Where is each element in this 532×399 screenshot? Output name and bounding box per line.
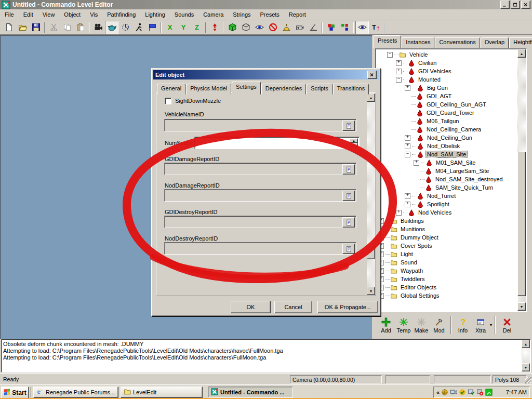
tree-label[interactable]: Global Settings: [400, 292, 441, 299]
resize-grip[interactable]: [525, 377, 531, 383]
hide-objects-button[interactable]: [266, 21, 280, 34]
toggle-visibility-button[interactable]: [355, 21, 369, 34]
new-document-button[interactable]: [2, 21, 16, 34]
numseats-spinner[interactable]: ▲▼: [194, 137, 360, 149]
tree-label[interactable]: GDI_Guard_Tower: [425, 110, 475, 116]
tree-row[interactable]: +Buildings: [376, 217, 517, 225]
wireframe-view-button[interactable]: [239, 21, 252, 34]
tree-row[interactable]: GDI_AGT: [376, 92, 517, 100]
expand-icon[interactable]: +: [405, 143, 410, 149]
tree-scrollbar[interactable]: ▲ ▼: [517, 49, 526, 311]
menu-object[interactable]: Object: [59, 10, 85, 19]
presets-tree[interactable]: −Vehicle+Civilian+GDI Vehicles−Mounted+B…: [375, 48, 527, 312]
tree-label[interactable]: Munitions: [400, 226, 426, 232]
tree-row[interactable]: +Light: [376, 250, 517, 258]
tree-label[interactable]: Big Gun: [426, 85, 449, 91]
menu-vis[interactable]: Vis: [85, 10, 102, 19]
tree-label[interactable]: Vehicle: [408, 51, 429, 58]
axis-y-button[interactable]: Y: [177, 21, 190, 34]
field-input-vehiclenameid[interactable]: [164, 119, 356, 131]
tab-overlap[interactable]: Overlap: [481, 37, 509, 48]
tree-label[interactable]: Nod_Turret: [426, 193, 457, 199]
tree-label[interactable]: Nod Vehicles: [417, 209, 453, 216]
dialog-scroll-thumb[interactable]: [367, 246, 375, 259]
ok-button[interactable]: OK: [231, 301, 271, 313]
info-button[interactable]: ?Info: [454, 317, 472, 334]
add-button[interactable]: Add: [377, 317, 395, 334]
field-input-gdidestroyreportid[interactable]: [164, 216, 356, 228]
axis-x-button[interactable]: X: [163, 21, 177, 34]
paste-button[interactable]: [74, 21, 87, 34]
tree-label[interactable]: Editor Objects: [400, 284, 437, 290]
taskbar-task-1[interactable]: eRenegade Public Forums...: [33, 387, 118, 398]
save-file-button[interactable]: [29, 21, 43, 34]
tree-row[interactable]: SAM_Site_Quick_Turn: [376, 183, 517, 192]
tree-label[interactable]: GDI Vehicles: [417, 68, 453, 74]
maximize-button[interactable]: [511, 1, 520, 9]
tree-label[interactable]: Waypath: [400, 268, 424, 274]
render-teapot-button[interactable]: [105, 21, 118, 34]
spin-down-icon[interactable]: ▼: [350, 143, 358, 148]
vertical-move-button[interactable]: [208, 21, 221, 34]
tree-label[interactable]: Nod_Ceiling_Camera: [425, 126, 482, 132]
tree-label[interactable]: SAM_Site_Quick_Turn: [434, 184, 494, 191]
minimize-button[interactable]: [500, 1, 510, 9]
axis-z-button[interactable]: Z: [190, 21, 204, 34]
tree-row[interactable]: +Spotlight: [376, 200, 517, 208]
volume-icon[interactable]: [450, 389, 457, 396]
tree-row[interactable]: +Munitions: [376, 225, 517, 233]
offline-alert-icon[interactable]: [476, 389, 484, 396]
close-button[interactable]: [521, 1, 530, 9]
menu-pathfinding[interactable]: Pathfinding: [102, 10, 140, 19]
tab-conversations[interactable]: Conversations: [435, 37, 480, 48]
menu-view[interactable]: View: [38, 10, 60, 19]
expand-icon[interactable]: +: [405, 193, 410, 199]
dialog-close-icon[interactable]: [367, 71, 377, 79]
sightdownmuzzle-checkbox[interactable]: [165, 98, 171, 104]
del-button[interactable]: Del: [498, 317, 516, 334]
dialog-tab-settings[interactable]: Settings: [232, 82, 261, 95]
menu-strings[interactable]: Strings: [228, 10, 255, 19]
orbit-mode-button[interactable]: [118, 21, 132, 34]
tree-row[interactable]: Nod_SAM_Site_destroyed: [376, 175, 517, 183]
network-globe-icon[interactable]: [441, 389, 448, 396]
tree-label[interactable]: M06_Tailgun: [425, 118, 460, 124]
camera-settings-button[interactable]: [293, 21, 307, 34]
taskbar-task-3[interactable]: Untitled - Commando ...: [208, 387, 293, 398]
tree-row[interactable]: GDI_Ceiling_Gun_AGT: [376, 100, 517, 109]
tree-row[interactable]: Nod_Ceiling_Camera: [376, 125, 517, 134]
tree-label[interactable]: Dummy Object: [400, 234, 440, 241]
tree-row[interactable]: +Sound: [376, 258, 517, 267]
tab-presets[interactable]: Presets: [374, 35, 401, 48]
show-objects-button[interactable]: [252, 21, 266, 34]
expand-icon[interactable]: +: [396, 69, 402, 74]
tree-label[interactable]: GDI_AGT: [425, 93, 453, 99]
wireless-signal-icon[interactable]: [485, 389, 493, 396]
dialog-tab-transitions[interactable]: Transitions: [333, 84, 369, 95]
ok-propagate--button[interactable]: OK & Propagate...: [317, 301, 378, 313]
tree-row[interactable]: +GDI Vehicles: [376, 67, 517, 75]
log-scrollbar[interactable]: ▲ ▼: [522, 340, 530, 371]
menu-file[interactable]: File: [0, 10, 19, 19]
tree-scroll-thumb[interactable]: [517, 152, 526, 296]
tree-label[interactable]: M01_SAM_Site: [435, 159, 476, 166]
tree-row[interactable]: +Big Gun: [376, 84, 517, 92]
tree-row[interactable]: +Cover Spots: [376, 242, 517, 250]
tree-label[interactable]: M04_LargeSam_Site: [434, 168, 490, 174]
tree-row[interactable]: M04_LargeSam_Site: [376, 167, 517, 175]
xtra-dropdown-icon[interactable]: ▾: [490, 323, 492, 327]
dialog-tab-dependencies[interactable]: Dependencies: [261, 84, 306, 95]
tree-row[interactable]: +Nod_Turret: [376, 192, 517, 200]
expand-icon[interactable]: +: [405, 85, 410, 91]
tree-label[interactable]: Cover Spots: [400, 243, 433, 249]
string-picker-button[interactable]: [342, 217, 355, 228]
tree-label[interactable]: Spotlight: [426, 201, 450, 207]
taskbar-task-2[interactable]: LevelEdit: [121, 387, 203, 398]
tab-instances[interactable]: Instances: [402, 37, 434, 48]
group-objects-button[interactable]: [324, 21, 338, 34]
log-scroll-down-icon[interactable]: ▼: [522, 363, 530, 371]
tree-row[interactable]: −Vehicle: [376, 50, 517, 59]
xtra-button[interactable]: Xtra: [472, 317, 489, 334]
mod-button[interactable]: Mod: [430, 317, 448, 334]
tree-row[interactable]: −Mounted: [376, 75, 517, 84]
